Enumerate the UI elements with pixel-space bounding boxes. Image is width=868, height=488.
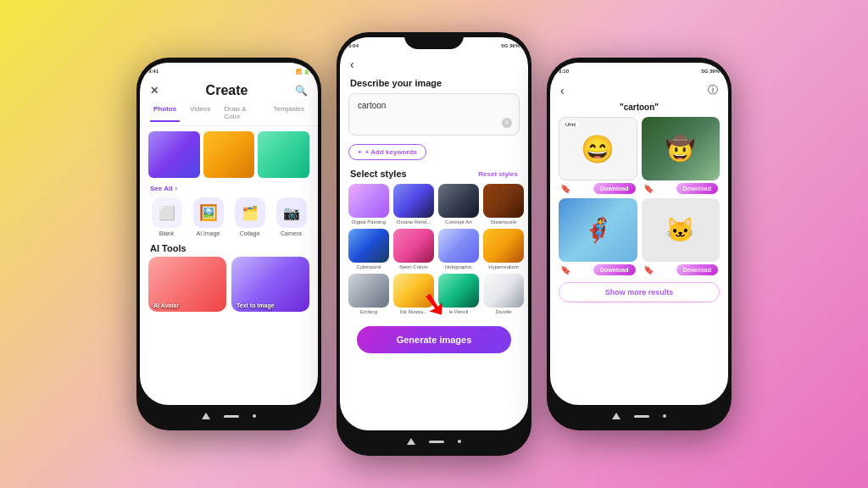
photo-thumb-1[interactable] <box>148 131 200 178</box>
nav-recent-icon-2[interactable] <box>458 440 461 443</box>
photos-row <box>140 126 318 183</box>
nav-recent-icon-3[interactable] <box>663 414 666 418</box>
nav-recent-icon[interactable] <box>253 414 256 418</box>
phone-3-status-icons: 5G 39% <box>701 69 720 74</box>
tool-blank[interactable]: ⬜ Blank <box>148 197 185 236</box>
bookmark-icon-2[interactable]: 🔖 <box>643 184 654 193</box>
bookmark-icon-4[interactable]: 🔖 <box>643 265 654 274</box>
style-steampunk[interactable]: Steampunk <box>483 184 524 225</box>
show-more-button[interactable]: Show more results <box>559 282 720 302</box>
photo-thumb-2[interactable] <box>203 131 255 178</box>
tool-blank-label: Blank <box>159 230 175 236</box>
phone-3-screen: 6:10 5G 39% ‹ ⓘ "cartoon" 😄 Uhh! <box>550 63 728 405</box>
nav-home-icon[interactable] <box>224 415 239 418</box>
style-concept-art[interactable]: Concept Art <box>438 184 479 225</box>
result-item-1: 😄 Uhh! 🔖 Download <box>559 117 637 194</box>
bookmark-icon-1[interactable]: 🔖 <box>560 184 570 193</box>
search-icon[interactable]: 🔍 <box>295 85 308 97</box>
style-doodle[interactable]: Doodle <box>483 274 524 314</box>
phone-1-time: 9:41 <box>148 69 159 74</box>
nav-home-icon-3[interactable] <box>634 415 649 418</box>
nav-home-icon-2[interactable] <box>429 441 444 443</box>
phone-1-status-bar: 9:41 📶 🔋 <box>140 63 318 78</box>
result-1-actions: 🔖 Download <box>559 183 637 194</box>
see-all-label: See All <box>150 185 172 192</box>
phone-3-header: ‹ ⓘ <box>550 78 728 101</box>
back-icon[interactable]: ‹ <box>350 58 354 71</box>
result-4-actions: 🔖 Download <box>642 264 721 275</box>
close-icon[interactable]: ✕ <box>150 85 159 97</box>
result-3-actions: 🔖 Download <box>559 264 637 275</box>
ai-avatar-label: AI Avatar <box>153 302 179 308</box>
cartoon-face-2: 🤠 <box>642 117 721 180</box>
phone-1: 9:41 📶 🔋 ✕ Create 🔍 Photos Videos Draw &… <box>136 58 321 430</box>
style-digital-painting[interactable]: Digital Painting <box>348 184 389 225</box>
tabs-bar: Photos Videos Draw & Color Templates <box>140 102 318 126</box>
holographic-label: Holographic <box>445 264 472 269</box>
holographic-thumb <box>438 229 479 263</box>
phone-3-status-bar: 6:10 5G 39% <box>550 63 728 78</box>
result-2-actions: 🔖 Download <box>642 183 721 194</box>
phone-3-bottom-nav <box>547 405 732 427</box>
nav-back-icon-2[interactable] <box>407 438 415 445</box>
nav-back-icon-3[interactable] <box>612 413 620 419</box>
cyberpunk-thumb <box>348 229 389 263</box>
style-etching[interactable]: Etching <box>348 274 389 314</box>
input-text: cartoon <box>358 101 386 110</box>
octane-render-label: Octane Rend... <box>397 219 431 225</box>
ai-tools-row: AI Avatar Text to image ➘ <box>140 257 318 312</box>
download-button-4[interactable]: Download <box>676 264 718 275</box>
ai-card-avatar[interactable]: AI Avatar <box>148 257 226 312</box>
results-grid: 😄 Uhh! 🔖 Download 🤠 🔖 Download <box>550 117 728 275</box>
tab-photos[interactable]: Photos <box>150 103 180 122</box>
etching-label: Etching <box>360 309 377 314</box>
page-title: Create <box>206 83 248 98</box>
tab-templates[interactable]: Templates <box>270 103 308 122</box>
ai-tools-title: AI Tools <box>140 241 318 257</box>
style-cyberpunk[interactable]: Cyberpunk <box>348 229 389 269</box>
download-button-3[interactable]: Download <box>593 264 635 275</box>
style-neon-colors[interactable]: Neon Colors <box>393 229 434 269</box>
add-keywords-button[interactable]: + + Add keywords <box>348 144 426 160</box>
chevron-right-icon: › <box>175 185 177 192</box>
tab-draw-color[interactable]: Draw & Color <box>220 103 263 122</box>
see-all-link[interactable]: See All › <box>140 183 318 194</box>
reset-styles-button[interactable]: Reset styles <box>478 170 518 178</box>
phone-2-bottom-nav <box>337 430 531 452</box>
nav-back-icon[interactable] <box>202 413 210 419</box>
pencil-label: le Pencil <box>449 309 469 314</box>
neon-colors-label: Neon Colors <box>399 264 427 269</box>
describe-input[interactable]: cartoon ✕ <box>348 93 520 136</box>
octane-render-thumb <box>393 184 434 218</box>
tool-ai-image[interactable]: 🖼️ AI Image <box>190 197 226 236</box>
info-icon[interactable]: ⓘ <box>708 83 718 97</box>
back-icon-3[interactable]: ‹ <box>560 84 565 97</box>
plus-icon: + <box>358 148 362 156</box>
phone-2-header: ‹ <box>340 53 528 75</box>
tool-collage[interactable]: 🗂️ Collage <box>231 197 268 236</box>
red-arrow-2: ➘ <box>419 286 450 325</box>
ai-card-text-to-image[interactable]: Text to image ➘ <box>231 257 309 312</box>
add-keywords-label: + Add keywords <box>365 148 417 156</box>
download-button-2[interactable]: Download <box>676 183 718 194</box>
uhh-bubble: Uhh! <box>563 121 579 128</box>
style-octane-render[interactable]: Octane Rend... <box>393 184 434 225</box>
result-thumb-4: 🐱 <box>642 198 721 262</box>
phone-1-status-icons: 📶 🔋 <box>296 69 309 75</box>
describe-label: Describe your image <box>340 75 528 93</box>
style-hyperrealism[interactable]: Hyperrealism <box>483 229 524 269</box>
steampunk-label: Steampunk <box>491 219 516 225</box>
photo-thumb-3[interactable] <box>258 131 309 178</box>
style-holographic[interactable]: Holographic <box>438 229 479 269</box>
hyperrealism-label: Hyperrealism <box>488 264 518 269</box>
download-button-1[interactable]: Download <box>593 183 635 194</box>
generate-btn-wrapper: ➘ Generate images <box>348 319 520 353</box>
clear-icon[interactable]: ✕ <box>502 118 512 128</box>
phones-container: 9:41 📶 🔋 ✕ Create 🔍 Photos Videos Draw &… <box>0 0 868 488</box>
generate-images-button[interactable]: Generate images <box>357 326 511 353</box>
tab-videos[interactable]: Videos <box>186 103 214 122</box>
bookmark-icon-3[interactable]: 🔖 <box>560 265 570 274</box>
result-thumb-2: 🤠 <box>642 117 721 180</box>
tool-camera[interactable]: 📷 Camera <box>273 197 309 236</box>
tools-grid: ⬜ Blank 🖼️ AI Image 🗂️ Collage 📷 Camera <box>140 194 318 241</box>
